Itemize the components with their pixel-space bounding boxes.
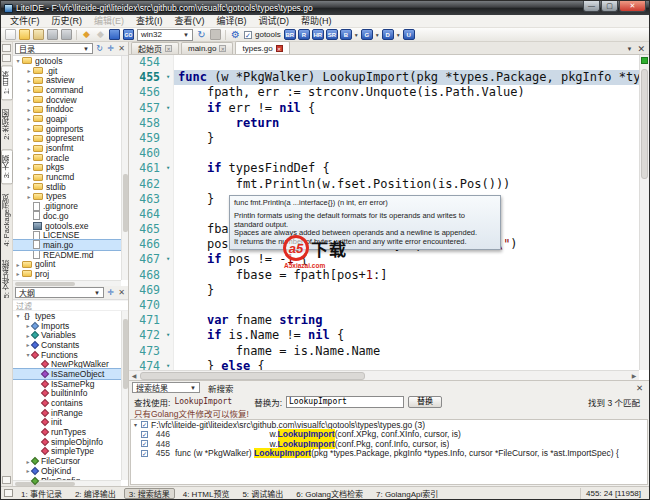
tab-start-page[interactable]: 起始页 ✕ — [131, 42, 179, 54]
outline-item-runTypes[interactable]: runTypes — [13, 427, 128, 437]
tree-item-docview[interactable]: ▸docview — [13, 95, 128, 105]
tree-item-command[interactable]: ▸command — [13, 85, 128, 95]
tab-main-go[interactable]: main.go ✕ — [181, 42, 233, 54]
build-action-d-icon[interactable]: D — [382, 29, 394, 40]
outline-item-inRange[interactable]: inRange — [13, 408, 128, 418]
menu-file[interactable]: 文件(F) — [4, 15, 46, 27]
expand-arrow-icon[interactable]: ▸ — [25, 145, 33, 152]
expand-arrow-icon[interactable]: ▸ — [25, 115, 33, 122]
code-line-472[interactable]: 472▾ if is.Name != nil { — [129, 328, 639, 343]
tree-item-types[interactable]: ▸types — [13, 192, 128, 202]
sync-icon[interactable]: ↻ — [95, 43, 104, 54]
outline-item-FileCursor[interactable]: ▸FileCursor — [13, 456, 128, 466]
menu-find[interactable]: 查找(I) — [130, 15, 169, 27]
outline-vscrollbar[interactable] — [121, 311, 128, 480]
expand-arrow-icon[interactable]: ▸ — [25, 183, 33, 190]
explorer-vscrollbar[interactable] — [121, 56, 128, 280]
expand-arrow-icon[interactable]: ▸ — [25, 154, 33, 161]
status-tab-search-result[interactable]: 3: 搜索结果 — [124, 488, 175, 499]
build-action-br-icon[interactable]: BR — [284, 29, 296, 40]
expand-arrow-icon[interactable]: ▸ — [25, 96, 33, 103]
outline-item-IsSameObject[interactable]: IsSameObject — [13, 369, 128, 379]
build-action-b-icon[interactable]: B — [340, 29, 352, 40]
scroll-right-icon[interactable]: ▶ — [629, 372, 639, 379]
expand-arrow-icon[interactable]: ▸ — [25, 86, 33, 93]
code-line-471[interactable]: 471 var fname string — [129, 313, 639, 328]
tree-item-jsonfmt[interactable]: ▸jsonfmt — [13, 143, 128, 153]
menu-edit[interactable]: 编辑(E) — [88, 15, 130, 27]
match-checkbox[interactable]: ✓ — [141, 450, 148, 457]
outline-item-simpleType[interactable]: simpleType — [13, 447, 128, 457]
fold-marker-icon[interactable]: ▾ — [163, 161, 174, 176]
tree-item-proj[interactable]: ▸proj — [13, 269, 128, 279]
expand-arrow-icon[interactable]: ▸ — [14, 261, 22, 268]
tree-item-main.go[interactable]: main.go — [13, 240, 128, 250]
outline-item-types[interactable]: ▾{}types — [13, 311, 128, 321]
outline-item-Functions[interactable]: ▾Functions — [13, 350, 128, 360]
outline-view-selector[interactable]: 大纲 ▼ — [15, 287, 104, 298]
code-line-461[interactable]: 461▾ if typesFindDef { — [129, 161, 639, 176]
tree-item-stdlib[interactable]: ▸stdlib — [13, 182, 128, 192]
new-file-icon[interactable] — [5, 29, 16, 40]
side-tab-outline[interactable]: 3: 大纲 — [1, 149, 13, 184]
result-match-row[interactable]: ✓448 w.LookupImport(conf.Pkg, conf.Info,… — [131, 439, 647, 449]
vscroll-thumb[interactable] — [641, 69, 648, 179]
maximize-button-icon[interactable]: ▢ — [601, 1, 618, 12]
expand-arrow-icon[interactable]: ▸ — [25, 135, 33, 142]
editor-hscrollbar[interactable]: ◀ ▶ — [129, 370, 639, 380]
code-line-454[interactable]: 454 — [129, 55, 639, 70]
side-tab-packages[interactable]: 4: Package浏览 — [2, 189, 12, 252]
panel-toggle-icon[interactable] — [2, 476, 11, 484]
tree-item-goimports[interactable]: ▸goimports — [13, 124, 128, 134]
tree-item-finddoc[interactable]: ▸finddoc — [13, 104, 128, 114]
menu-view[interactable]: 查看(V) — [169, 15, 211, 27]
tab-close-icon[interactable]: ✕ — [165, 45, 172, 52]
outline-item-contains[interactable]: contains — [13, 398, 128, 408]
close-button-icon[interactable]: ✕ — [619, 1, 646, 12]
expand-arrow-icon[interactable]: ▸ — [25, 193, 33, 200]
code-line-459[interactable]: 459 } — [129, 131, 639, 146]
gotools-checkbox[interactable]: ✓ — [244, 31, 252, 39]
liteide-build-icon[interactable] — [109, 29, 120, 40]
output-toggle-icon[interactable] — [4, 489, 13, 497]
outline-item-Variables[interactable]: ▸Variables — [13, 330, 128, 340]
menu-help[interactable]: 帮助(H) — [295, 15, 338, 27]
outline-item-NewPkgWalker[interactable]: NewPkgWalker — [13, 359, 128, 369]
explorer-view-selector[interactable]: 目录 ▼ — [15, 43, 93, 54]
status-tab-godoc-search[interactable]: 6: Golang文档检索 — [291, 488, 368, 499]
side-tab-classview[interactable]: 2: 类视图 — [2, 104, 12, 145]
reload-env-icon[interactable]: ↻ — [196, 29, 207, 40]
locate-icon[interactable]: ✛ — [106, 287, 115, 298]
tree-item-README.md[interactable]: README.md — [13, 250, 128, 260]
back-icon[interactable]: ◆ — [81, 29, 92, 40]
outline-item-ObjKind[interactable]: ▸ObjKind — [13, 466, 128, 476]
build-config-gear-icon[interactable]: ⚙ — [230, 29, 241, 40]
code-line-457[interactable]: 457▾ if err != nil { — [129, 101, 639, 116]
build-action-u-icon[interactable]: U — [403, 29, 415, 40]
chevron-down-icon[interactable]: ▼ — [375, 32, 380, 38]
code-line-467[interactable]: 467▾ if pos != -1 { — [129, 252, 639, 267]
status-tab-debug-output[interactable]: 5: 调试输出 — [237, 488, 288, 499]
code-editor[interactable]: 454455▾func (w *PkgWalker) LookupImport(… — [129, 55, 649, 380]
chevron-down-icon[interactable]: ▼ — [396, 32, 401, 38]
tree-item-gotools[interactable]: ▾gotools — [13, 56, 128, 66]
expand-arrow-icon[interactable]: ▸ — [25, 125, 33, 132]
outline-item-init[interactable]: init — [13, 418, 128, 428]
scroll-left-icon[interactable]: ◀ — [129, 372, 139, 379]
tab-list-dropdown-icon[interactable]: ▼ — [627, 46, 633, 52]
code-line-456[interactable]: 456 fpath, err := strconv.Unquote(is.Pat… — [129, 85, 639, 100]
fold-marker-icon[interactable]: ▾ — [163, 252, 174, 267]
split-panel-icon[interactable] — [2, 54, 11, 62]
tab-close-icon[interactable]: ✕ — [276, 45, 283, 52]
expand-arrow-icon[interactable]: ▾ — [131, 421, 140, 428]
tree-item-oracle[interactable]: ▸oracle — [13, 153, 128, 163]
code-line-460[interactable]: 460 — [129, 146, 639, 161]
menu-recent[interactable]: 历史(R) — [46, 15, 89, 27]
expand-arrow-icon[interactable]: ▸ — [25, 106, 33, 113]
code-line-473[interactable]: 473 fname = is.Name.Name — [129, 344, 639, 359]
code-line-455[interactable]: 455▾func (w *PkgWalker) LookupImport(pkg… — [129, 70, 639, 85]
side-tab-filesystem[interactable]: 5: 文件系统 — [2, 255, 12, 303]
tree-item-doc.go[interactable]: doc.go — [13, 211, 128, 221]
hscroll-thumb[interactable] — [140, 372, 365, 380]
match-checkbox[interactable]: ✓ — [141, 440, 148, 447]
